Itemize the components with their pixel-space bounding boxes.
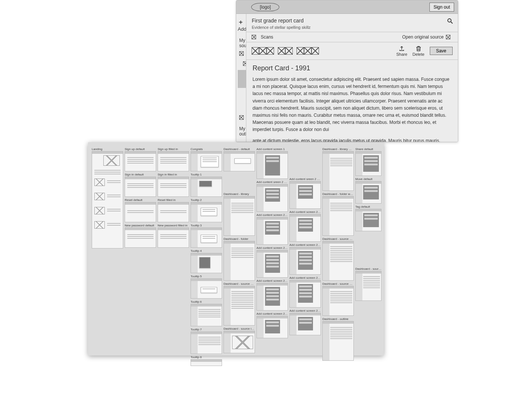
format-icon[interactable] (252, 47, 259, 55)
thumb-newpw-filled[interactable] (158, 228, 189, 248)
sign-out-button[interactable]: Sign out (429, 3, 454, 12)
search-icon[interactable] (447, 18, 453, 25)
thumb-label: Share default (355, 147, 381, 151)
thumb-dash-library-with[interactable] (322, 151, 354, 191)
thumb-dash-source-doc2[interactable] (322, 241, 354, 281)
thumb-dash-folder-with[interactable] (322, 196, 354, 236)
thumb-tooltip-4[interactable] (191, 253, 222, 273)
thumb-newpw-default[interactable] (125, 228, 156, 248)
thumb-add-2-x-b[interactable] (289, 247, 321, 275)
thumb-add-2-lib-b[interactable] (289, 181, 321, 209)
thumb-reset-default[interactable] (125, 202, 156, 222)
page-subtitle: Evidence of stellar spelling skillz (252, 25, 453, 30)
thumb-add-2-f[interactable] (256, 217, 288, 245)
thumb-tooltip-5[interactable] (191, 278, 222, 299)
thumb-label: Dashboard - source web... (355, 267, 381, 271)
thumb-tooltip-1[interactable] (191, 177, 222, 197)
thumb-label: Tooltip 3 (191, 224, 222, 227)
thumb-tooltip-6[interactable] (191, 304, 222, 326)
sidebar: ＋Add My sources Autobiography Early year… (236, 14, 246, 142)
thumb-add-2-y-b[interactable] (289, 280, 321, 308)
breadcrumb-left[interactable]: Scans (261, 34, 273, 40)
format-icon[interactable] (285, 47, 293, 55)
format-icon[interactable] (297, 47, 304, 55)
thumb-add-2-a[interactable] (256, 250, 288, 278)
overview-panel: Landing Sign up default Sign in default (88, 142, 384, 355)
thumb-dash-source-web[interactable] (322, 286, 354, 316)
thumb-dash-source-web2[interactable] (355, 271, 381, 301)
thumb-tooltip-7[interactable] (191, 332, 222, 354)
format-icon[interactable] (267, 47, 274, 55)
thumb-add-2-b[interactable] (256, 283, 288, 311)
format-icon[interactable] (304, 47, 311, 55)
sidebar-item-early-years[interactable]: Early years (238, 57, 244, 70)
thumb-move-default[interactable] (355, 181, 381, 204)
thumb-label: Add content screen 1 (256, 147, 288, 151)
thumb-share-default[interactable] (355, 151, 381, 176)
svg-line-1 (451, 22, 453, 24)
thumb-add-2-z-b[interactable] (289, 313, 321, 335)
thumb-add-2-lib[interactable] (256, 184, 288, 212)
format-icon[interactable] (259, 47, 267, 55)
thumb-dash-library[interactable] (224, 196, 255, 236)
trash-icon (415, 45, 422, 52)
placeholder-icon (446, 35, 450, 39)
format-icon[interactable] (311, 47, 319, 55)
breadcrumb-row: Scans Open original source (246, 32, 458, 42)
thumb-label: Tooltip 8 (191, 355, 222, 359)
dashboard-window: [logo] Sign out ＋Add My sources Autobiog… (236, 0, 458, 142)
sidebar-item-my-23[interactable]: My 23 and m... (238, 88, 246, 111)
thumb-label: Sign in filled in (158, 173, 189, 176)
format-group-1[interactable] (252, 47, 274, 55)
thumb-dash-default[interactable] (224, 151, 255, 171)
sidebar-item-autobiography[interactable]: Autobiography (238, 50, 244, 57)
content-pane[interactable]: Report Card - 1991 Lorem ipsum dolor sit… (246, 60, 458, 142)
sidebar-item-later-years[interactable]: Later years (238, 111, 244, 124)
share-label: Share (396, 52, 407, 57)
thumb-congrats[interactable] (191, 151, 222, 171)
thumb-tag-default[interactable] (355, 209, 381, 231)
delete-button[interactable]: Delete (413, 45, 425, 57)
thumb-reset-filled[interactable] (158, 202, 189, 222)
thumb-dash-folder[interactable] (224, 241, 255, 281)
add-button[interactable]: ＋Add (238, 17, 244, 36)
thumb-label: New password filled in (158, 224, 189, 227)
save-button[interactable]: Save (430, 47, 453, 55)
thumb-landing[interactable] (92, 151, 123, 248)
thumb-label: Dashboard - source web... (322, 282, 354, 286)
thumb-signin-default[interactable] (125, 177, 156, 197)
thumb-dash-source-doc[interactable] (224, 286, 255, 326)
thumb-label: Add content sreen 2 - lib... (289, 177, 321, 181)
thumb-add-1[interactable] (256, 151, 288, 179)
thumb-add-2-c[interactable] (256, 316, 288, 338)
topbar: [logo] Sign out (236, 0, 458, 14)
thumb-tooltip-2[interactable] (191, 202, 222, 222)
thumb-label: Dashboard - source doc... (224, 282, 255, 286)
thumb-signup-filled[interactable] (158, 151, 189, 171)
thumb-label: Dashboard - folder (224, 237, 255, 241)
thumb-label: Dashboard - library (224, 192, 255, 196)
thumb-label: Sign up default (125, 147, 156, 151)
open-original-link[interactable]: Open original source (402, 34, 453, 40)
thumb-dash-source-image[interactable] (224, 331, 255, 353)
thumb-tooltip-3[interactable] (191, 228, 222, 248)
placeholder-icon (239, 115, 244, 120)
format-group-3[interactable] (297, 47, 319, 55)
thumb-label: Tooltip 6 (191, 300, 222, 303)
thumb-label: Tooltip 2 (191, 198, 222, 202)
format-group-2[interactable] (278, 47, 293, 55)
thumb-signin-filled[interactable] (158, 177, 189, 197)
thumb-signup-default[interactable] (125, 151, 156, 171)
sidebar-item-first-grade[interactable]: First grade r... (238, 70, 246, 88)
share-button[interactable]: Share (396, 45, 407, 57)
thumb-label: Dashboard - library with ... (322, 147, 354, 151)
content-title: Report Card - 1991 (252, 64, 452, 72)
format-icon[interactable] (278, 47, 285, 55)
thumb-label: Dashboard - source image (224, 327, 255, 330)
sidebar-item-outline-1[interactable]: Outline 1 (238, 138, 244, 142)
thumb-add-2-f-b[interactable] (289, 214, 321, 242)
thumb-dash-outline[interactable] (322, 321, 354, 361)
thumb-tooltip-8[interactable] (191, 359, 222, 366)
thumb-label: Landing (92, 147, 123, 151)
thumb-label: Add content sreen 2 - lib... (256, 180, 288, 184)
